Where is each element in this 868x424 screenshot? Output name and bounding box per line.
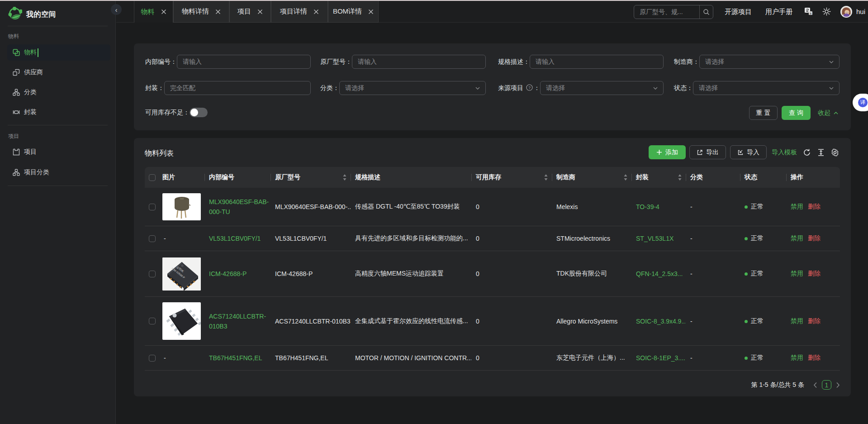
svg-text:a: a xyxy=(810,12,811,15)
svg-text:?: ? xyxy=(528,86,531,90)
